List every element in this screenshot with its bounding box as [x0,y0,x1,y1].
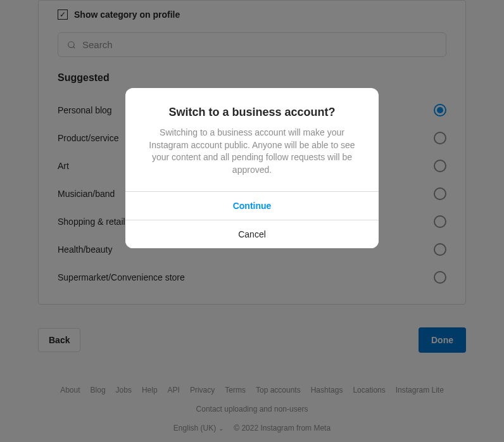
switch-account-modal: Switch to a business account? Switching … [125,88,379,248]
modal-body: Switch to a business account? Switching … [125,88,379,191]
cancel-button[interactable]: Cancel [125,220,379,248]
modal-overlay[interactable]: Switch to a business account? Switching … [0,0,504,442]
continue-button[interactable]: Continue [125,191,379,220]
modal-text: Switching to a business account will mak… [144,127,360,176]
modal-title: Switch to a business account? [144,106,360,119]
